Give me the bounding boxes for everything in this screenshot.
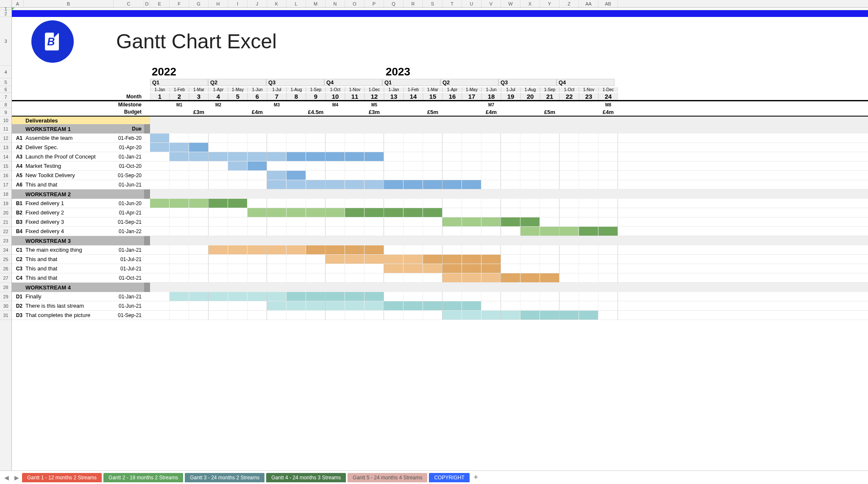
gantt-cell[interactable] (189, 134, 209, 142)
gantt-cell[interactable] (520, 161, 540, 170)
budget-cell[interactable]: £4m (481, 109, 501, 115)
gantt-cell[interactable] (248, 180, 267, 189)
gantt-cell[interactable] (228, 152, 248, 161)
gantt-cell[interactable] (559, 161, 579, 170)
gantt-cell[interactable] (189, 264, 209, 273)
row-header[interactable]: 25 (0, 255, 11, 264)
row-header[interactable]: 23 (0, 236, 11, 245)
gantt-cell[interactable] (403, 171, 423, 180)
gantt-cell[interactable] (384, 301, 403, 310)
column-header[interactable]: P (364, 0, 384, 7)
gantt-cell[interactable] (287, 255, 306, 264)
gantt-cell[interactable] (598, 245, 618, 254)
row-header[interactable]: 18 (0, 189, 11, 199)
budget-cell[interactable]: £4m (598, 109, 618, 115)
gantt-cell[interactable] (326, 180, 345, 189)
milestone-cell[interactable]: M1 (170, 103, 189, 107)
gantt-cell[interactable] (462, 208, 481, 217)
gantt-cell[interactable] (481, 292, 501, 301)
gantt-cell[interactable] (287, 134, 306, 142)
gantt-cell[interactable] (384, 273, 403, 282)
gantt-cell[interactable] (501, 255, 520, 264)
column-header[interactable]: X (520, 0, 540, 7)
budget-cell[interactable]: £5m (540, 109, 559, 115)
gantt-cell[interactable] (150, 134, 170, 142)
gantt-cell[interactable] (462, 227, 481, 236)
gantt-cell[interactable] (403, 152, 423, 161)
gantt-cell[interactable] (520, 273, 540, 282)
gantt-cell[interactable] (364, 180, 384, 189)
gantt-cell[interactable] (579, 273, 598, 282)
row-header[interactable]: 11 (0, 124, 11, 134)
gantt-cell[interactable] (364, 273, 384, 282)
gantt-cell[interactable] (520, 152, 540, 161)
gantt-cell[interactable] (520, 143, 540, 152)
gantt-cell[interactable] (228, 143, 248, 152)
task-row[interactable]: A3Launch the Proof of Concept01-Jan-21 (12, 152, 868, 161)
task-row[interactable]: B3Fixed delivery 301-Sep-21 (12, 217, 868, 227)
gantt-cell[interactable] (540, 134, 559, 142)
gantt-cell[interactable] (559, 255, 579, 264)
gantt-cell[interactable] (228, 264, 248, 273)
gantt-cell[interactable] (209, 217, 228, 226)
gantt-cell[interactable] (364, 245, 384, 254)
gantt-cell[interactable] (345, 171, 364, 180)
task-row[interactable]: A5New Toolkit Delivery01-Sep-20 (12, 171, 868, 180)
gantt-cell[interactable] (209, 161, 228, 170)
gantt-cell[interactable] (520, 245, 540, 254)
gantt-cell[interactable] (559, 245, 579, 254)
column-header[interactable]: AA (579, 0, 598, 7)
gantt-cell[interactable] (326, 217, 345, 226)
gantt-cell[interactable] (384, 292, 403, 301)
task-row[interactable]: B1Fixed delivery 101-Jun-20 (12, 199, 868, 208)
gantt-cell[interactable] (403, 255, 423, 264)
gantt-cell[interactable] (423, 273, 442, 282)
gantt-cell[interactable] (540, 311, 559, 320)
gantt-cell[interactable] (540, 301, 559, 310)
gantt-cell[interactable] (209, 311, 228, 320)
gantt-cell[interactable] (384, 161, 403, 170)
gantt-cell[interactable] (462, 180, 481, 189)
gantt-cell[interactable] (209, 264, 228, 273)
column-header[interactable]: Y (540, 0, 559, 7)
gantt-cell[interactable] (481, 264, 501, 273)
gantt-cell[interactable] (364, 264, 384, 273)
gantt-cell[interactable] (520, 134, 540, 142)
gantt-cell[interactable] (306, 134, 326, 142)
gantt-cell[interactable] (598, 134, 618, 142)
gantt-cell[interactable] (501, 301, 520, 310)
gantt-cell[interactable] (559, 292, 579, 301)
gantt-cell[interactable] (579, 199, 598, 208)
gantt-cell[interactable] (559, 143, 579, 152)
gantt-cell[interactable] (403, 180, 423, 189)
gantt-cell[interactable] (326, 264, 345, 273)
task-row[interactable]: D2There is this last stream01-Jun-21 (12, 301, 868, 311)
gantt-cell[interactable] (462, 171, 481, 180)
budget-cell[interactable]: £3m (189, 109, 209, 115)
gantt-cell[interactable] (248, 227, 267, 236)
gantt-cell[interactable] (345, 245, 364, 254)
task-row[interactable]: A1Assemble the team01-Feb-20 (12, 134, 868, 143)
row-header[interactable]: 13 (0, 143, 11, 152)
column-header[interactable]: C (114, 0, 144, 7)
gantt-cell[interactable] (248, 264, 267, 273)
gantt-cell[interactable] (345, 199, 364, 208)
gantt-cell[interactable] (462, 273, 481, 282)
gantt-cell[interactable] (287, 161, 306, 170)
gantt-cell[interactable] (306, 255, 326, 264)
gantt-cell[interactable] (579, 301, 598, 310)
gantt-cell[interactable] (442, 264, 462, 273)
gantt-cell[interactable] (579, 264, 598, 273)
gantt-cell[interactable] (481, 217, 501, 226)
gantt-cell[interactable] (501, 311, 520, 320)
gantt-cell[interactable] (306, 152, 326, 161)
row-header[interactable]: 6 (0, 86, 11, 93)
gantt-cell[interactable] (364, 292, 384, 301)
gantt-cell[interactable] (579, 217, 598, 226)
gantt-cell[interactable] (423, 171, 442, 180)
gantt-cell[interactable] (306, 217, 326, 226)
gantt-cell[interactable] (267, 134, 287, 142)
gantt-cell[interactable] (228, 273, 248, 282)
gantt-cell[interactable] (170, 143, 189, 152)
gantt-cell[interactable] (403, 217, 423, 226)
